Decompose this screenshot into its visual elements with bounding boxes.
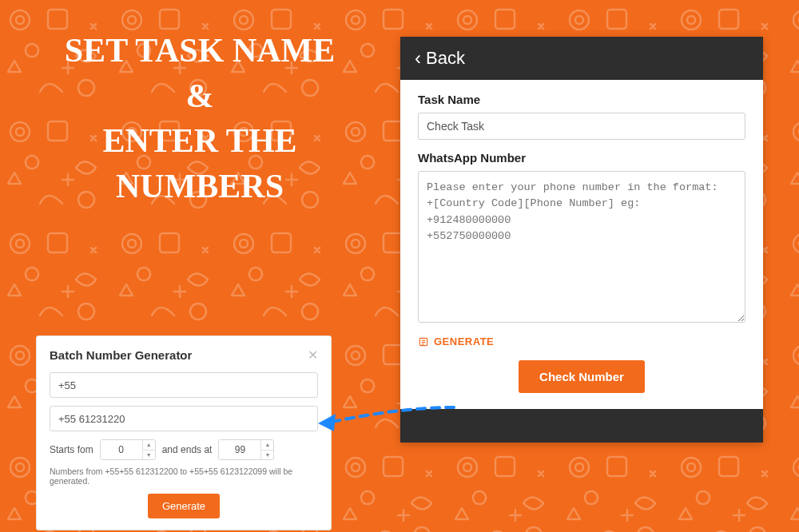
check-number-button[interactable]: Check Number bbox=[519, 360, 645, 393]
page-title: SET TASK NAME & ENTER THE NUMBERS bbox=[24, 28, 376, 209]
starts-value-input[interactable] bbox=[101, 440, 142, 459]
generate-button[interactable]: Generate bbox=[148, 494, 220, 518]
arrow-icon bbox=[318, 399, 462, 439]
chevron-down-icon[interactable]: ▼ bbox=[261, 451, 273, 460]
modal-title: Batch Number Generator bbox=[50, 348, 192, 362]
starts-label: Starts fom bbox=[50, 444, 93, 455]
batch-generator-modal: Batch Number Generator ✕ Starts fom ▲ ▼ … bbox=[36, 335, 332, 530]
range-hint: Numbers from +55+55 612312200 to +55+55 … bbox=[50, 466, 318, 486]
starts-stepper[interactable]: ▲ ▼ bbox=[100, 439, 156, 460]
app-body: Task Name WhatsApp Number GENERATE Check… bbox=[400, 80, 763, 409]
ends-label: and ends at bbox=[162, 444, 213, 455]
base-number-input[interactable] bbox=[50, 406, 318, 431]
list-icon bbox=[418, 336, 429, 347]
back-button[interactable]: ‹ Back bbox=[400, 37, 763, 80]
close-icon[interactable]: ✕ bbox=[308, 347, 318, 363]
chevron-up-icon[interactable]: ▲ bbox=[143, 440, 155, 451]
chevron-up-icon[interactable]: ▲ bbox=[261, 440, 273, 451]
range-row: Starts fom ▲ ▼ and ends at ▲ ▼ bbox=[50, 439, 318, 460]
task-app-card: ‹ Back Task Name WhatsApp Number GENERAT… bbox=[400, 37, 763, 443]
task-name-label: Task Name bbox=[418, 93, 745, 106]
ends-value-input[interactable] bbox=[219, 440, 260, 459]
whatsapp-number-label: WhatsApp Number bbox=[418, 151, 745, 165]
generate-link-label: GENERATE bbox=[434, 335, 494, 347]
generate-link[interactable]: GENERATE bbox=[418, 335, 494, 347]
whatsapp-number-input[interactable] bbox=[418, 171, 745, 323]
back-label: Back bbox=[426, 48, 465, 69]
task-name-input[interactable] bbox=[418, 113, 745, 140]
chevron-down-icon[interactable]: ▼ bbox=[143, 451, 155, 460]
chevron-left-icon: ‹ bbox=[415, 47, 421, 69]
ends-stepper[interactable]: ▲ ▼ bbox=[218, 439, 274, 460]
prefix-input[interactable] bbox=[50, 372, 318, 398]
